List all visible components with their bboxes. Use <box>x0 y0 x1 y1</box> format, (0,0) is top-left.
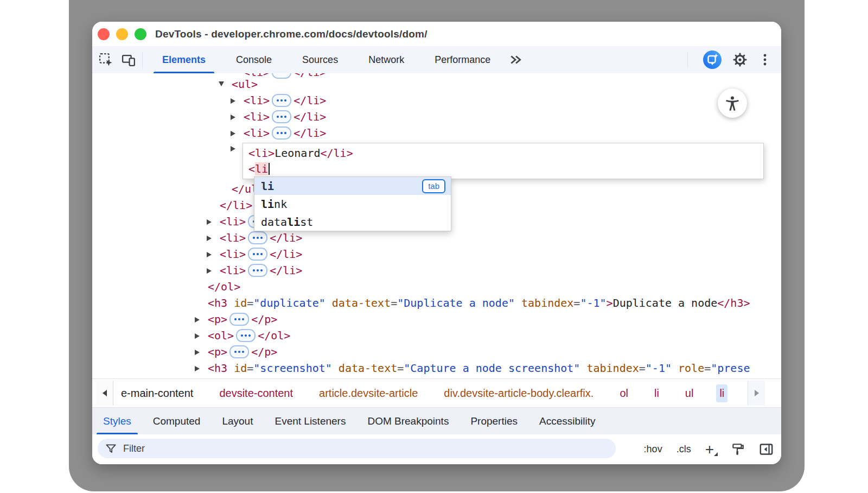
expand-ellipsis-button[interactable] <box>248 264 267 277</box>
toolbar-separator-right <box>687 52 688 68</box>
expand-ellipsis-button[interactable] <box>229 345 249 358</box>
dom-tree-row[interactable]: <li></li> <box>207 230 302 246</box>
disclosure-arrow-right[interactable] <box>207 252 212 257</box>
expand-ellipsis-button[interactable] <box>248 231 267 244</box>
minimize-window-button[interactable] <box>116 28 128 40</box>
dom-tree-row[interactable]: <li></li> <box>231 92 326 109</box>
expand-ellipsis-button[interactable] <box>272 94 291 107</box>
settings-gear-icon[interactable] <box>732 52 748 67</box>
breadcrumb-item-e-main-content-0[interactable]: e-main-content <box>118 384 196 402</box>
dom-tree-row[interactable]: <ol></ol> <box>195 327 290 344</box>
expand-ellipsis-button[interactable] <box>236 329 256 342</box>
disclosure-arrow-right[interactable] <box>195 317 200 323</box>
styles-pane-tabs: StylesComputedLayoutEvent ListenersDOM B… <box>92 407 781 434</box>
styles-tab-layout[interactable]: Layout <box>211 408 264 434</box>
accessibility-overlay-button[interactable] <box>718 89 747 118</box>
tab-performance[interactable]: Performance <box>419 46 506 73</box>
paint-roller-icon[interactable] <box>731 443 745 457</box>
editor-line-1: <li>Leonard</li> <box>248 146 763 161</box>
styles-tab-properties[interactable]: Properties <box>459 408 528 434</box>
filter-funnel-icon <box>105 443 117 454</box>
dom-tree-row[interactable]: <li></li> <box>231 109 326 125</box>
toggle-device-toolbar-icon[interactable] <box>119 50 138 69</box>
styles-filter-field[interactable] <box>98 439 616 458</box>
edited-tag-highlight: li <box>255 162 268 175</box>
chevron-right-icon <box>755 390 759 396</box>
tab-sources[interactable]: Sources <box>287 46 353 73</box>
breadcrumb-scroll-right-button[interactable] <box>748 381 765 406</box>
tab-key-badge: tab <box>422 179 445 193</box>
ai-assistance-icon[interactable] <box>703 50 722 69</box>
dom-tree-row[interactable] <box>231 140 244 156</box>
element-classes-toggle[interactable]: .cls <box>676 444 691 455</box>
tab-console[interactable]: Console <box>221 46 287 73</box>
styles-tab-styles[interactable]: Styles <box>92 408 142 434</box>
dom-tree-row[interactable]: <p></p> <box>195 311 277 327</box>
autocomplete-option-datalist[interactable]: datalist <box>254 213 451 231</box>
styles-filter-row: :hov .cls + <box>92 434 781 464</box>
styles-tab-event-listeners[interactable]: Event Listeners <box>264 408 356 434</box>
disclosure-arrow-right[interactable] <box>195 333 200 339</box>
dom-tree-row[interactable]: <ul> <box>219 76 258 92</box>
new-style-rule-button[interactable]: + <box>705 443 717 457</box>
window-title: DevTools - developer.chrome.com/docs/dev… <box>155 28 427 40</box>
autocomplete-dropdown: litablinkdatalist <box>254 176 451 231</box>
dropdown-corner-icon <box>714 452 718 456</box>
expand-ellipsis-button[interactable] <box>272 127 291 140</box>
breadcrumb-item-ol-4[interactable]: ol <box>616 384 631 402</box>
breadcrumb-item-li-7[interactable]: li <box>716 384 727 402</box>
disclosure-arrow-right[interactable] <box>231 98 235 104</box>
tab-network[interactable]: Network <box>353 46 419 73</box>
dom-tree-row[interactable]: <h3 id="duplicate" data-text="Duplicate … <box>195 295 750 311</box>
dom-tree-row[interactable]: </li> <box>207 197 252 213</box>
panel-tabs: ElementsConsoleSourcesNetworkPerformance <box>147 46 506 73</box>
more-menu-icon[interactable] <box>758 53 771 67</box>
dom-tree-row[interactable]: </ol> <box>195 279 240 295</box>
expand-ellipsis-button[interactable] <box>229 313 249 326</box>
expand-ellipsis-button[interactable] <box>272 73 291 79</box>
autocomplete-option-li[interactable]: litab <box>254 177 451 195</box>
breadcrumb-scroll-left-button[interactable] <box>96 381 113 406</box>
devtools-toolbar: ElementsConsoleSourcesNetworkPerformance <box>92 46 781 74</box>
styles-tab-accessibility[interactable]: Accessibility <box>528 408 606 434</box>
dom-tree-row[interactable]: <li></li> <box>231 125 326 141</box>
disclosure-arrow-right[interactable] <box>195 350 200 355</box>
toggle-sidebar-icon[interactable] <box>759 442 774 457</box>
breadcrumb-item-ul-6[interactable]: ul <box>682 384 697 402</box>
expand-ellipsis-button[interactable] <box>272 110 291 123</box>
expand-ellipsis-button[interactable] <box>248 248 267 261</box>
disclosure-arrow-right[interactable] <box>195 366 200 371</box>
disclosure-arrow-right[interactable] <box>207 236 212 241</box>
window-titlebar: DevTools - developer.chrome.com/docs/dev… <box>92 22 781 47</box>
devtools-window: DevTools - developer.chrome.com/docs/dev… <box>92 22 781 464</box>
breadcrumb-item-li-5[interactable]: li <box>651 384 662 402</box>
disclosure-arrow-down[interactable] <box>219 81 224 86</box>
breadcrumb-item-devsite-content-1[interactable]: devsite-content <box>216 384 296 402</box>
breadcrumb-item-article-devsite-article-2[interactable]: article.devsite-article <box>316 384 421 402</box>
disclosure-arrow-right[interactable] <box>207 219 212 225</box>
styles-tab-dom-breakpoints[interactable]: DOM Breakpoints <box>356 408 459 434</box>
dom-tree-row[interactable]: <li></li> <box>207 262 302 279</box>
inspect-element-icon[interactable] <box>97 50 115 69</box>
filter-input[interactable] <box>122 443 580 455</box>
zoom-window-button[interactable] <box>135 28 146 40</box>
dom-edit-box[interactable]: <li>Leonard</li><li <box>242 143 764 179</box>
disclosure-arrow-right[interactable] <box>231 131 235 136</box>
elements-dom-tree: <li>Leonard</li><li litablinkdatalist <l… <box>92 73 781 378</box>
dom-tree-row[interactable]: <p></p> <box>195 344 277 360</box>
breadcrumb-item-div-devsite-article-body-clearfix-3[interactable]: div.devsite-article-body.clearfix. <box>441 384 597 402</box>
styles-tab-computed[interactable]: Computed <box>142 408 212 434</box>
editor-line-2: <li <box>248 161 763 177</box>
hover-state-toggle[interactable]: :hov <box>644 444 662 455</box>
dom-tree-row[interactable]: <li></li> <box>207 246 302 262</box>
toolbar-separator <box>142 52 143 68</box>
dom-tree-row[interactable]: <h3 id="screenshot" data-text="Capture a… <box>195 360 750 376</box>
close-window-button[interactable] <box>98 28 110 40</box>
more-tabs-icon[interactable] <box>509 53 522 66</box>
disclosure-arrow-right[interactable] <box>231 115 235 120</box>
disclosure-arrow-right[interactable] <box>207 268 212 274</box>
autocomplete-option-link[interactable]: link <box>254 195 451 213</box>
text-cursor <box>269 163 270 175</box>
tab-elements[interactable]: Elements <box>147 46 221 73</box>
disclosure-arrow-right[interactable] <box>231 146 235 151</box>
